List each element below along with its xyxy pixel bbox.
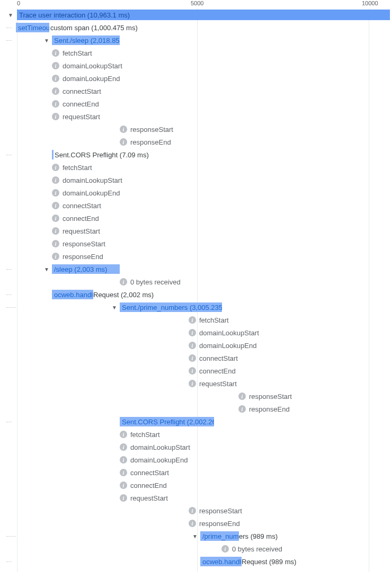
chevron-down-icon[interactable]: ▼ [43, 266, 50, 272]
event-label: connectEnd [63, 100, 99, 108]
span-row-setTimeout[interactable]: setTimeout custom span (1,000.475 ms) [7, 21, 391, 34]
event-label: requestStart [63, 113, 100, 121]
info-icon: i [189, 316, 196, 324]
span-label: Request (2,002 ms) [93, 291, 154, 299]
event-row: ifetchStart [7, 428, 391, 441]
info-icon: i [120, 443, 127, 451]
event-row: iconnectEnd [7, 97, 391, 110]
event-label: connectStart [63, 202, 101, 210]
info-icon: i [189, 342, 196, 349]
span-bar: Sent.CORS Preflight (2,002.26 ms) [120, 417, 214, 426]
info-icon: i [189, 380, 196, 387]
info-icon: i [52, 176, 59, 184]
event-row: idomainLookupStart [7, 174, 391, 186]
span-row-ocweb1[interactable]: ocweb.handle Request (2,002 ms) [7, 288, 391, 301]
span-row-sent-sleep[interactable]: ▼ Sent./sleep (2,018.855 ms) [7, 34, 391, 47]
span-label: Sent.CORS Preflight (7.09 ms) [55, 151, 149, 159]
event-label: requestStart [130, 494, 168, 502]
event-row: idomainLookupEnd [7, 339, 391, 352]
event-row: iresponseStart [7, 123, 391, 136]
info-icon: i [52, 240, 59, 247]
span-label: Request (989 ms) [242, 558, 296, 566]
event-row: idomainLookupEnd [7, 453, 391, 466]
event-row: iresponseEnd [7, 136, 391, 148]
event-label: domainLookupStart [199, 329, 259, 337]
info-icon: i [120, 456, 127, 464]
chevron-down-icon[interactable]: ▼ [43, 37, 50, 43]
event-label: connectEnd [63, 215, 99, 222]
span-row-cors1[interactable]: Sent.CORS Preflight (7.09 ms) [7, 148, 391, 161]
chevron-down-icon[interactable]: ▼ [192, 533, 198, 539]
event-row: irequestStart [7, 110, 391, 123]
span-bar: Trace user interaction (10,963.1 ms) [17, 10, 390, 20]
event-label: domainLookupEnd [130, 456, 188, 464]
event-row: idomainLookupEnd [7, 186, 391, 199]
chevron-down-icon[interactable]: ▼ [111, 304, 118, 310]
event-row: i0 bytes received [7, 542, 391, 555]
span-label: ers (989 ms) [239, 532, 278, 540]
event-label: connectStart [130, 469, 169, 477]
event-label: requestStart [199, 380, 237, 388]
event-row: iconnectEnd [7, 479, 391, 492]
event-label: domainLookupEnd [63, 189, 120, 197]
ruler-tick: 10000 [362, 0, 378, 6]
info-icon: i [120, 494, 127, 502]
event-label: connectStart [199, 354, 238, 362]
span-row-root[interactable]: ▼ Trace user interaction (10,963.1 ms) [7, 8, 391, 21]
event-label: requestStart [63, 227, 100, 235]
event-label: domainLookupEnd [199, 342, 256, 350]
span-label: custom span (1,000.475 ms) [50, 24, 138, 32]
event-row: iresponseStart [7, 237, 391, 250]
span-row-prime[interactable]: ▼ /prime_numb ers (989 ms) [7, 530, 391, 542]
info-icon: i [52, 215, 59, 222]
info-icon: i [120, 469, 127, 476]
event-label: 0 bytes received [232, 545, 282, 553]
event-row: i0 bytes received [7, 275, 391, 288]
info-icon: i [52, 49, 59, 57]
info-icon: i [52, 62, 59, 69]
event-label: responseStart [63, 240, 105, 248]
span-row-sleep[interactable]: ▼ /sleep (2,003 ms) [7, 263, 391, 275]
span-row-sent-prime[interactable]: ▼ Sent./prime_numbers (3,005.235 ms) [7, 301, 391, 314]
span-row-ocweb2[interactable]: ocweb.handle Request (989 ms) [7, 555, 391, 568]
info-icon: i [52, 87, 59, 95]
event-row: irequestStart [7, 377, 391, 390]
event-row: iresponseEnd [7, 403, 391, 415]
event-row: ifetchStart [7, 47, 391, 59]
event-label: fetchStart [63, 164, 92, 172]
info-icon: i [120, 126, 127, 133]
event-label: domainLookupStart [63, 176, 122, 184]
info-icon: i [52, 253, 59, 260]
info-icon: i [189, 507, 196, 514]
info-icon: i [189, 520, 196, 527]
event-row: irequestStart [7, 492, 391, 504]
event-label: fetchStart [199, 316, 229, 324]
span-row-cors2[interactable]: Sent.CORS Preflight (2,002.26 ms) [7, 415, 391, 428]
info-icon: i [189, 354, 196, 362]
span-bar: Sent./prime_numbers (3,005.235 ms) [120, 302, 222, 312]
event-label: responseEnd [249, 405, 290, 413]
event-label: responseEnd [130, 138, 171, 146]
info-icon: i [120, 138, 127, 146]
info-icon: i [52, 100, 59, 108]
info-icon: i [52, 202, 59, 209]
event-row: iconnectStart [7, 466, 391, 479]
info-icon: i [221, 545, 229, 553]
event-row: irequestStart [7, 225, 391, 237]
info-icon: i [52, 75, 59, 82]
event-row: idomainLookupEnd [7, 72, 391, 85]
span-bar: /sleep (2,003 ms) [52, 264, 120, 274]
ruler-tick: 5000 [191, 0, 203, 6]
event-label: responseStart [130, 126, 173, 133]
event-row: idomainLookupStart [7, 59, 391, 72]
info-icon: i [120, 431, 127, 438]
info-icon: i [52, 113, 59, 120]
event-row: iresponseStart [7, 390, 391, 403]
span-bar: setTimeout [16, 23, 49, 32]
info-icon: i [120, 278, 127, 286]
event-row: iconnectEnd [7, 212, 391, 225]
ruler-tick: 0 [17, 0, 20, 6]
chevron-down-icon[interactable]: ▼ [7, 12, 14, 18]
event-label: fetchStart [63, 49, 92, 57]
event-label: responseStart [249, 393, 292, 400]
